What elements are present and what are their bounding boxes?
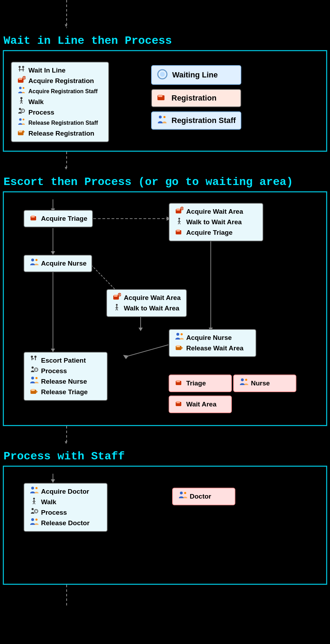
acquire-doctor-label: Acquire Doctor xyxy=(41,487,89,497)
svg-point-20 xyxy=(19,108,21,110)
section1-box: Wait In Line Acquire Registration Acquir… xyxy=(3,50,327,152)
node-escort-block: Escort Patient Process Release Nurse xyxy=(23,352,108,401)
release-nurse-label: Release Nurse xyxy=(41,377,87,387)
svg-line-106 xyxy=(33,502,34,504)
registration-staff-icon xyxy=(157,115,167,126)
row-release-registration: Release Registration xyxy=(16,128,103,139)
svg-point-84 xyxy=(34,356,36,358)
legend-registration-staff: Registration Staff xyxy=(151,111,241,130)
row-walk: Walk xyxy=(16,97,103,107)
legend-doctor-icon xyxy=(178,491,188,502)
row-acquire-registration: Acquire Registration xyxy=(16,76,103,86)
acquire-triage-label: Acquire Triage xyxy=(41,214,87,224)
legend-doctor-label: Doctor xyxy=(190,492,211,502)
legend-triage-icon xyxy=(174,378,184,389)
legend-nurse-row: Nurse xyxy=(239,378,291,389)
section2-title: Escort then Process (or go to waiting ar… xyxy=(0,169,330,191)
release-doctor-label: Release Doctor xyxy=(41,518,89,528)
acquire-triage-right-label: Acquire Triage xyxy=(186,228,233,238)
svg-point-0 xyxy=(19,66,21,68)
svg-marker-42 xyxy=(139,328,143,331)
process-sec3-row: Process xyxy=(29,507,102,518)
svg-line-45 xyxy=(124,345,168,357)
release-doctor-row: Release Doctor xyxy=(29,518,102,528)
process-icon-sec2 xyxy=(29,366,39,376)
sec1-layout: Wait In Line Acquire Registration Acquir… xyxy=(11,58,319,142)
walk-to-wait-area-right-row: Walk to Wait Area xyxy=(174,217,258,227)
svg-line-18 xyxy=(20,102,21,104)
acquire-nurse-label-2: Acquire Nurse xyxy=(186,333,232,343)
svg-point-101 xyxy=(35,487,38,489)
process-sec3-label: Process xyxy=(41,508,67,518)
acquire-nurse-row-1: Acquire Nurse xyxy=(29,258,87,269)
connector-2-3 xyxy=(3,426,330,444)
svg-point-78 xyxy=(181,333,183,335)
row-release-reg-staff: Release Registration Staff xyxy=(16,118,103,128)
process-row-sec2: Process xyxy=(29,366,102,376)
svg-point-111 xyxy=(35,519,38,521)
svg-point-95 xyxy=(245,379,247,381)
acquire-doctor-icon xyxy=(29,486,39,497)
node-acquire-wait-walk-right: Acquire Wait Area Walk to Wait Area Acqu… xyxy=(169,203,263,241)
legend-doctor-row: Doctor xyxy=(178,491,230,502)
svg-point-77 xyxy=(176,333,179,336)
svg-point-102 xyxy=(33,498,35,500)
release-doctor-icon xyxy=(29,518,39,528)
svg-point-13 xyxy=(23,87,25,89)
svg-line-107 xyxy=(34,502,35,504)
svg-marker-99 xyxy=(51,479,55,483)
registration-legend-label: Registration xyxy=(171,94,216,103)
svg-line-62 xyxy=(116,308,117,310)
legend-wait-area-row: Wait Area xyxy=(174,399,226,410)
svg-point-12 xyxy=(19,87,22,89)
acquire-triage-right-icon xyxy=(174,227,184,238)
legend-waiting-line: Waiting Line xyxy=(151,65,241,85)
walk-sec3-icon xyxy=(29,497,39,507)
legend-doctor: Doctor xyxy=(172,488,235,505)
svg-point-22 xyxy=(19,118,22,121)
nurse-icon-1 xyxy=(29,258,39,269)
svg-rect-80 xyxy=(176,345,180,347)
svg-rect-91 xyxy=(31,389,35,391)
acquire-wait-area-mid-label: Acquire Wait Area xyxy=(124,293,181,303)
acquire-wait-area-right-row: Acquire Wait Area xyxy=(174,206,258,217)
svg-line-74 xyxy=(179,222,180,224)
acquire-nurse-release-row: Acquire Nurse xyxy=(174,333,251,343)
sec3-canvas: Acquire Doctor Walk Process xyxy=(11,474,316,575)
waiting-line-icon xyxy=(157,69,168,81)
registration-staff-legend-label: Registration Staff xyxy=(171,116,236,125)
svg-point-14 xyxy=(20,97,22,99)
release-nurse-row: Release Nurse xyxy=(29,376,102,387)
legend-nurse-icon xyxy=(239,378,249,389)
release-reg-staff-icon xyxy=(16,118,26,128)
section3-box: Acquire Doctor Walk Process xyxy=(3,466,327,585)
acquire-triage-right-row: Acquire Triage xyxy=(174,227,258,238)
walk-to-wait-area-mid-row: Walk to Wait Area xyxy=(112,303,181,314)
row-process: Process xyxy=(16,107,103,118)
svg-rect-25 xyxy=(19,130,22,132)
process-label: Process xyxy=(28,108,54,118)
process-icon xyxy=(16,107,26,118)
svg-point-31 xyxy=(163,116,166,118)
walk-to-wait-icon-mid xyxy=(112,303,122,314)
acquire-reg-staff-label: Acquire Registration Staff xyxy=(28,87,97,96)
bottom-connector xyxy=(3,585,330,606)
svg-point-30 xyxy=(159,116,162,118)
escort-patient-label: Escort Patient xyxy=(41,356,86,366)
legend-triage: Triage xyxy=(169,375,232,392)
acquire-wait-area-right-label: Acquire Wait Area xyxy=(186,207,243,217)
sec1-legend: Waiting Line Registration Registration S… xyxy=(151,65,241,130)
node-acquire-wait-walk-mid: Acquire Wait Area Walk to Wait Area xyxy=(106,289,187,317)
svg-line-73 xyxy=(178,222,179,224)
nurse-icon-2 xyxy=(174,333,184,343)
connector-1-2 xyxy=(3,152,330,169)
legend-nurse-label: Nurse xyxy=(251,378,270,389)
svg-marker-46 xyxy=(123,355,129,359)
acquire-registration-label: Acquire Registration xyxy=(28,76,94,86)
svg-point-110 xyxy=(31,518,34,521)
release-wait-area-row: Release Wait Area xyxy=(174,343,251,354)
legend-triage-row: Triage xyxy=(174,378,226,389)
sec2-canvas: Acquire Triage Acquire Nurse A xyxy=(11,199,316,417)
svg-rect-29 xyxy=(158,95,162,97)
wait-in-line-label: Wait In Line xyxy=(28,66,66,76)
